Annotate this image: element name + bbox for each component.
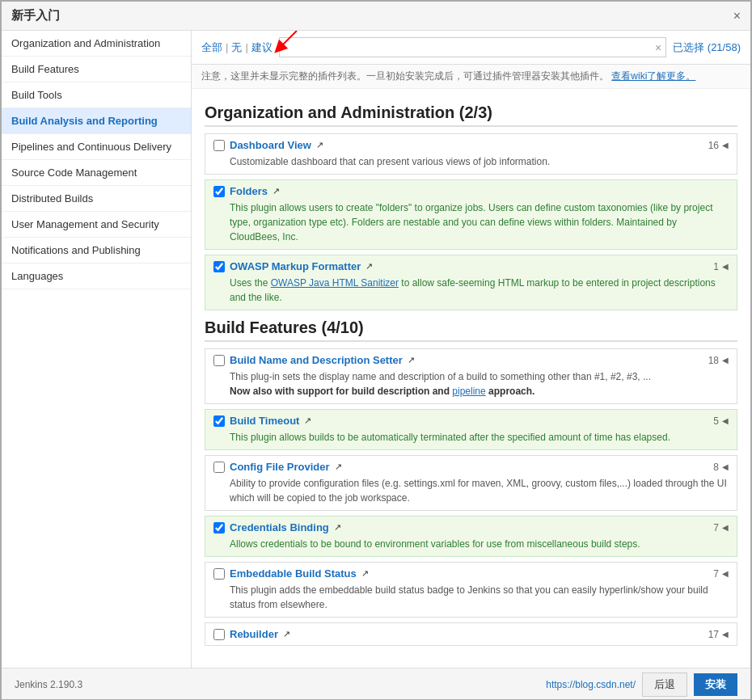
plugin-count-arrow-icon-dashboard-view: ◀ [722,141,729,150]
plugin-item-folders: Folders↗This plugin allows users to crea… [205,179,737,250]
plugin-header-credentials-binding: Credentials Binding↗7◀ [213,521,729,533]
plugin-count-arrow-icon-owasp-markup-formatter: ◀ [722,262,729,271]
plugin-count-embeddable-build-status: 7◀ [713,568,729,580]
plugin-link-icon-folders: ↗ [272,186,280,196]
plugin-count-num-config-file-provider: 8 [713,462,719,473]
plugin-name-credentials-binding[interactable]: Credentials Binding [230,521,329,533]
plugin-item-dashboard-view: Dashboard View↗16◀Customizable dashboard… [205,133,737,175]
sidebar-item-4[interactable]: Pipelines and Continuous Delivery [2,134,191,160]
plugin-count-arrow-icon-build-timeout: ◀ [722,416,729,425]
plugin-checkbox-owasp-markup-formatter[interactable] [213,261,225,272]
sidebar-item-9[interactable]: Languages [2,264,191,289]
plugin-name-build-timeout[interactable]: Build Timeout [230,415,299,427]
plugin-count-num-embeddable-build-status: 7 [713,568,719,580]
install-button[interactable]: 安装 [694,673,737,696]
plugin-count-arrow-icon-credentials-binding: ◀ [722,523,729,532]
plugin-desc-bold-end-build-name-setter: approach. [486,386,535,397]
plugin-desc-folders: This plugin allows users to create "fold… [230,200,729,244]
notice-text: 注意，这里并未显示完整的插件列表。一旦初始安装完成后，可通过插件管理器安装其他插… [201,70,609,82]
plugin-item-owasp-markup-formatter: OWASP Markup Formatter↗1◀Uses the OWASP … [205,255,737,310]
plugin-header-build-name-setter: Build Name and Description Setter↗18◀ [213,354,729,366]
plugin-header-config-file-provider: Config File Provider↗8◀ [213,461,729,473]
selected-count: 已选择 (21/58) [673,40,741,55]
plugin-checkbox-dashboard-view[interactable] [213,140,225,151]
sidebar-item-1[interactable]: Build Features [2,57,191,82]
footer: Jenkins 2.190.3 https://blog.csdn.net/ 后… [2,668,750,700]
plugin-name-build-name-setter[interactable]: Build Name and Description Setter [230,354,403,366]
filter-none-link[interactable]: 无 [231,40,242,55]
window-title: 新手入门 [11,8,60,23]
plugin-desc-build-name-setter: This plug-in sets the display name and d… [230,369,729,398]
plugin-count-num-credentials-binding: 7 [713,522,719,533]
filter-links: 全部 | 无 | 建议 [201,40,272,55]
plugin-item-rebuilder: Rebuilder↗17◀ [205,622,737,646]
filter-bar: 全部 | 无 | 建议 × 已选择 (21/58) [192,31,750,65]
plugin-name-config-file-provider[interactable]: Config File Provider [230,461,330,473]
plugin-title-wrap-rebuilder: Rebuilder↗ [213,628,290,640]
plugin-checkbox-credentials-binding[interactable] [213,522,225,533]
plugin-header-folders: Folders↗ [213,185,729,197]
plugin-header-build-timeout: Build Timeout↗5◀ [213,415,729,427]
sidebar-item-3[interactable]: Build Analysis and Reporting [2,108,191,134]
plugin-title-wrap-config-file-provider: Config File Provider↗ [213,461,342,473]
plugin-count-num-owasp-markup-formatter: 1 [713,261,719,272]
plugin-header-embeddable-build-status: Embeddable Build Status↗7◀ [213,567,729,580]
plugin-link-icon-rebuilder: ↗ [283,629,290,639]
plugin-item-build-timeout: Build Timeout↗5◀This plugin allows build… [205,409,737,450]
plugin-count-dashboard-view: 16◀ [708,140,729,151]
search-input[interactable] [279,37,666,57]
plugin-title-wrap-dashboard-view: Dashboard View↗ [213,139,323,151]
plugin-checkbox-build-name-setter[interactable] [213,355,225,366]
plugin-count-num-build-name-setter: 18 [708,355,719,366]
plugin-name-embeddable-build-status[interactable]: Embeddable Build Status [230,567,357,580]
notice-bar: 注意，这里并未显示完整的插件列表。一旦初始安装完成后，可通过插件管理器安装其他插… [192,65,750,89]
plugin-title-wrap-folders: Folders↗ [213,185,280,197]
sidebar-item-0[interactable]: Organization and Administration [2,31,191,57]
plugin-header-dashboard-view: Dashboard View↗16◀ [213,139,729,151]
sidebar-item-6[interactable]: Distributed Builds [2,186,191,212]
plugin-count-credentials-binding: 7◀ [713,522,729,533]
plugin-item-embeddable-build-status: Embeddable Build Status↗7◀This plugin ad… [205,562,737,618]
plugin-name-folders[interactable]: Folders [230,185,268,197]
plugin-link-icon-dashboard-view: ↗ [316,140,323,150]
plugin-title-wrap-owasp-markup-formatter: OWASP Markup Formatter↗ [213,260,373,272]
section-header-0: Organization and Administration (2/3) [205,103,737,127]
red-arrow-icon [264,31,305,55]
plugin-link-icon-build-timeout: ↗ [304,415,311,426]
notice-link[interactable]: 查看wiki了解更多。 [611,70,695,82]
app-window: 新手入门 × Organization and AdministrationBu… [1,1,751,700]
sidebar-item-5[interactable]: Source Code Management [2,160,191,186]
plugin-name-dashboard-view[interactable]: Dashboard View [230,139,311,151]
header: 新手入门 × [2,2,750,31]
version-label: Jenkins 2.190.3 [15,679,82,690]
plugin-name-rebuilder[interactable]: Rebuilder [230,628,278,640]
plugin-name-owasp-markup-formatter[interactable]: OWASP Markup Formatter [230,260,361,272]
sidebar-item-2[interactable]: Build Tools [2,82,191,108]
sidebar-item-7[interactable]: User Management and Security [2,212,191,238]
filter-sep2: | [245,41,247,53]
owasp-link[interactable]: OWASP Java HTML Sanitizer [271,277,399,289]
clear-search-icon[interactable]: × [655,41,661,54]
plugin-checkbox-rebuilder[interactable] [213,629,225,640]
sidebar: Organization and AdministrationBuild Fea… [2,31,192,668]
sidebar-item-8[interactable]: Notifications and Publishing [2,238,191,264]
plugin-desc-bold-build-name-setter: Now also with support for build descript… [230,386,452,397]
plugin-pipeline-link[interactable]: pipeline [452,386,485,397]
close-button[interactable]: × [733,9,741,23]
plugin-count-config-file-provider: 8◀ [713,462,729,473]
plugin-count-arrow-icon-embeddable-build-status: ◀ [722,569,729,578]
plugin-checkbox-config-file-provider[interactable] [213,462,225,473]
plugin-link-icon-build-name-setter: ↗ [408,355,415,365]
plugin-desc-dashboard-view: Customizable dashboard that can present … [230,154,729,169]
back-button[interactable]: 后退 [642,673,687,697]
plugin-link-icon-config-file-provider: ↗ [335,462,342,472]
plugin-count-arrow-icon-rebuilder: ◀ [722,630,729,639]
plugin-checkbox-folders[interactable] [213,186,225,197]
plugin-desc-config-file-provider: Ability to provide configuration files (… [230,476,729,505]
plugin-checkbox-build-timeout[interactable] [213,415,225,427]
plugin-item-build-name-setter: Build Name and Description Setter↗18◀Thi… [205,348,737,404]
filter-all-link[interactable]: 全部 [201,40,222,55]
plugin-link-icon-credentials-binding: ↗ [334,522,341,533]
plugin-count-rebuilder: 17◀ [708,629,729,640]
plugin-checkbox-embeddable-build-status[interactable] [213,568,225,580]
